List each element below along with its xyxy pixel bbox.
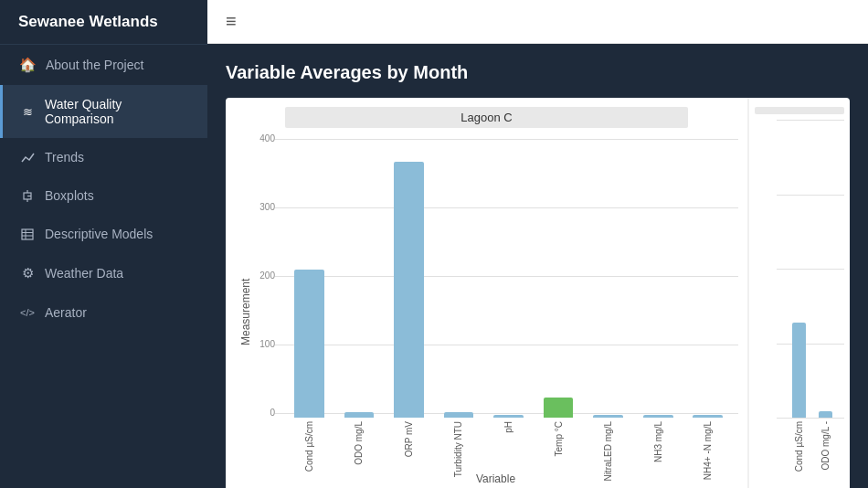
bar xyxy=(792,323,806,418)
bar-group xyxy=(637,133,680,418)
bar-group xyxy=(816,120,835,418)
bars-row xyxy=(279,133,738,418)
waves-icon: ≋ xyxy=(19,105,36,119)
partial-bars-row xyxy=(780,120,844,418)
svg-rect-4 xyxy=(22,229,33,239)
bar-group xyxy=(288,133,331,418)
sidebar-item-water-quality[interactable]: ≋ Water Quality Comparison xyxy=(0,85,207,138)
main-content: ≡ Variable Averages by Month Lagoon C Me… xyxy=(207,0,868,488)
bar-group xyxy=(487,133,530,418)
chart-container: Lagoon C Measurement 0 100 200 300 400 xyxy=(226,98,850,488)
hamburger-menu[interactable]: ≡ xyxy=(226,11,237,32)
sidebar-item-descriptive-models[interactable]: Descriptive Models xyxy=(0,215,207,253)
x-label: ODO mg/L - xyxy=(816,421,835,471)
sidebar-item-descriptive-models-label: Descriptive Models xyxy=(45,227,153,241)
weather-icon: ⚙ xyxy=(19,265,36,281)
sidebar-item-water-quality-label: Water Quality Comparison xyxy=(45,97,191,126)
bar-group xyxy=(789,120,809,418)
boxplot-icon xyxy=(19,190,36,202)
sidebar-item-aerator-label: Aerator xyxy=(45,305,87,320)
trends-icon xyxy=(19,152,36,164)
x-label: Temp °C xyxy=(537,421,580,456)
home-icon: 🏠 xyxy=(19,57,37,73)
partial-plot-area: Cond µS/cmODO mg/L - xyxy=(755,120,844,488)
content-area: Variable Averages by Month Lagoon C Meas… xyxy=(207,44,868,488)
sidebar-item-about[interactable]: 🏠 About the Project xyxy=(0,45,207,85)
partial-chart-inner: Cond µS/cmODO mg/L - xyxy=(755,120,844,488)
bar-group xyxy=(387,133,430,418)
bar-group xyxy=(338,133,381,418)
bar xyxy=(294,270,324,418)
y-axis-label: Measurement xyxy=(235,133,253,488)
sidebar-item-about-label: About the Project xyxy=(46,58,143,72)
chart-panel-partial: Cond µS/cmODO mg/L - xyxy=(749,98,850,488)
lagoon-c-title: Lagoon C xyxy=(285,107,688,128)
partial-panel-title xyxy=(755,107,844,114)
topbar: ≡ xyxy=(207,0,868,44)
x-label: ODO mg/L xyxy=(338,421,381,465)
bar-group xyxy=(537,133,580,418)
app-title: Sewanee Wetlands xyxy=(0,0,207,45)
bar xyxy=(544,398,574,418)
sidebar-item-trends-label: Trends xyxy=(45,150,84,164)
sidebar-item-boxplots[interactable]: Boxplots xyxy=(0,176,207,215)
chart-panel-lagoon-c: Lagoon C Measurement 0 100 200 300 400 xyxy=(226,98,747,488)
plot-area: 0 100 200 300 400 Cond µS/cmODO mg/LORP … xyxy=(253,133,738,488)
chart-title: Variable Averages by Month xyxy=(226,62,850,83)
x-axis-title: Variable xyxy=(253,469,738,488)
sidebar-item-trends[interactable]: Trends xyxy=(0,138,207,176)
sidebar: Sewanee Wetlands 🏠 About the Project ≋ W… xyxy=(0,0,207,488)
chart-inner: Measurement 0 100 200 300 400 xyxy=(235,133,738,488)
partial-x-labels: Cond µS/cmODO mg/L - xyxy=(780,418,844,488)
table-icon xyxy=(19,228,36,240)
bar-group xyxy=(687,133,730,418)
chart-area: Variable Averages by Month Lagoon C Meas… xyxy=(207,44,868,488)
bar xyxy=(394,162,424,418)
code-icon: </> xyxy=(19,307,36,318)
sidebar-item-aerator[interactable]: </> Aerator xyxy=(0,293,207,332)
x-label: pH xyxy=(487,421,530,433)
x-label: Cond µS/cm xyxy=(288,421,331,472)
x-label: Cond µS/cm xyxy=(789,421,809,472)
x-label: NH3 mg/L xyxy=(637,421,680,462)
sidebar-item-boxplots-label: Boxplots xyxy=(45,188,94,203)
sidebar-item-weather-data-label: Weather Data xyxy=(45,266,123,281)
bar-group xyxy=(587,133,630,418)
sidebar-item-weather-data[interactable]: ⚙ Weather Data xyxy=(0,253,207,293)
bar-group xyxy=(438,133,481,418)
x-label: ORP mV xyxy=(387,421,430,457)
